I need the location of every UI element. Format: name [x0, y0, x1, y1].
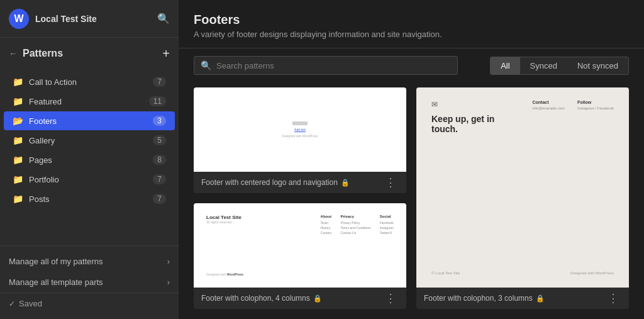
- header-search-icon[interactable]: 🔍: [157, 13, 170, 25]
- preview-col-1: Contact info@example.com: [533, 100, 565, 110]
- card-footer-bar: Footer with colophon, 3 columns 🔒 ⋮: [416, 288, 629, 309]
- card-preview: Local Test Site All rights reserved. Abo…: [194, 203, 406, 288]
- col-text: Instagram / Facebook: [577, 106, 614, 110]
- folder-icon: 📂: [13, 116, 23, 126]
- sidebar-item-posts[interactable]: 📁 Posts 7: [4, 189, 175, 208]
- filter-tab-synced[interactable]: Synced: [520, 57, 567, 74]
- sidebar-item-pages[interactable]: 📁 Pages 8: [4, 150, 175, 169]
- sidebar-item-count: 5: [153, 135, 166, 145]
- more-options-button[interactable]: ⋮: [382, 293, 399, 304]
- nav-list: 📁 Call to Action 7 📁 Featured 11 📂 Foote…: [0, 69, 179, 245]
- folder-icon: 📁: [13, 77, 23, 87]
- search-input[interactable]: [216, 61, 451, 70]
- preview-top: Local Test Site All rights reserved. Abo…: [206, 215, 394, 236]
- col-title: Privacy: [340, 215, 370, 218]
- sidebar-item-label: Pages: [29, 155, 147, 165]
- preview-cols: Contact info@example.com Follow Instagra…: [533, 100, 614, 110]
- search-icon: 🔍: [201, 60, 211, 70]
- col-item: Privacy Policy: [340, 221, 370, 225]
- patterns-title: Patterns: [23, 48, 63, 59]
- chevron-right-icon: ›: [167, 277, 170, 287]
- card-preview: Add link Designed with WordPress: [194, 87, 406, 172]
- sidebar: W Local Test Site 🔍 ← Patterns + 📁 Call …: [0, 0, 179, 319]
- folder-icon: 📁: [13, 155, 23, 165]
- card-footer-bar: Footer with colophon, 4 columns 🔒 ⋮: [194, 288, 406, 309]
- card-footer-bar: Footer with centered logo and navigation…: [194, 172, 406, 193]
- preview-left: ✉ Keep up, get in touch.: [431, 100, 507, 134]
- preview-site-info: Local Test Site All rights reserved.: [206, 215, 242, 224]
- preview-logo-rect: [292, 121, 308, 125]
- lock-icon: 🔒: [341, 179, 350, 187]
- preview-centered-footer: Add link Designed with WordPress: [194, 87, 406, 172]
- col-title: Contact: [533, 100, 565, 104]
- card-title: Footer with centered logo and navigation: [201, 178, 338, 187]
- preview-col-3: Social Facebook Instagram Twitter/X: [380, 215, 394, 236]
- col-title: Follow: [577, 100, 614, 104]
- manage-template-parts-label: Manage all template parts: [9, 277, 103, 287]
- preview-col-2: Follow Instagram / Facebook: [577, 100, 614, 110]
- more-options-button[interactable]: ⋮: [382, 177, 399, 188]
- sidebar-footer: Manage all of my patterns › Manage all t…: [0, 245, 179, 319]
- folder-icon: 📁: [13, 174, 23, 184]
- card-footer-colophon-3col[interactable]: ✉ Keep up, get in touch. Contact info@ex…: [416, 87, 629, 309]
- sidebar-item-featured[interactable]: 📁 Featured 11: [4, 92, 175, 111]
- col-title: Social: [380, 215, 394, 218]
- manage-template-parts-link[interactable]: Manage all template parts ›: [0, 272, 179, 293]
- site-title: Local Test Site: [35, 14, 151, 24]
- col-item: Team: [321, 221, 332, 225]
- sidebar-item-call-to-action[interactable]: 📁 Call to Action 7: [4, 72, 175, 91]
- preview-bottom: Designed with WordPress: [206, 272, 394, 276]
- card-footer-colophon-4col[interactable]: Local Test Site All rights reserved. Abo…: [194, 203, 406, 309]
- col-item: History: [321, 226, 332, 230]
- sidebar-item-count: 7: [153, 174, 166, 184]
- chevron-right-icon: ›: [167, 257, 170, 266]
- preview-cols: About Team History Careers Privacy Priva…: [321, 215, 394, 236]
- preview-link: Add link: [294, 128, 306, 132]
- preview-col-1: About Team History Careers: [321, 215, 332, 236]
- card-label: Footer with colophon, 3 columns 🔒: [424, 294, 545, 303]
- sidebar-header: W Local Test Site 🔍: [0, 0, 179, 38]
- manage-patterns-link[interactable]: Manage all of my patterns ›: [0, 251, 179, 272]
- preview-designed: Designed with WordPress: [282, 134, 318, 138]
- main-content: Footers A variety of footer designs disp…: [179, 0, 644, 319]
- card-label: Footer with colophon, 4 columns 🔒: [201, 294, 322, 303]
- preview-top-row: ✉ Keep up, get in touch. Contact info@ex…: [431, 100, 614, 266]
- lock-icon: 🔒: [313, 294, 322, 303]
- card-title: Footer with colophon, 4 columns: [201, 294, 310, 303]
- sidebar-item-label: Portfolio: [29, 175, 147, 184]
- col-text: info@example.com: [533, 106, 565, 110]
- check-icon: ✓: [9, 299, 15, 308]
- patterns-nav: ← Patterns: [9, 48, 63, 59]
- search-box[interactable]: 🔍: [194, 56, 458, 75]
- sidebar-item-footers[interactable]: 📂 Footers 3: [4, 111, 175, 130]
- back-arrow-icon[interactable]: ←: [9, 48, 18, 59]
- patterns-header: ← Patterns +: [0, 38, 179, 69]
- more-options-button[interactable]: ⋮: [605, 293, 621, 304]
- filter-tab-not-synced[interactable]: Not synced: [567, 57, 628, 74]
- cards-area: Add link Designed with WordPress Footer …: [179, 82, 644, 319]
- preview-bottom-left: © Local Test Site: [431, 271, 460, 275]
- card-footer-centered-logo[interactable]: Add link Designed with WordPress Footer …: [194, 87, 406, 193]
- preview-colophon4: Local Test Site All rights reserved. Abo…: [194, 203, 406, 288]
- preview-headline: Keep up, get in touch.: [431, 114, 507, 134]
- col-item: Twitter/X: [380, 231, 394, 235]
- add-pattern-button[interactable]: +: [162, 47, 170, 61]
- sidebar-item-count: 3: [153, 116, 166, 126]
- main-header: Footers A variety of footer designs disp…: [179, 0, 644, 48]
- preview-col-2: Privacy Privacy Policy Terms and Conditi…: [340, 215, 370, 236]
- sidebar-item-label: Posts: [29, 194, 147, 204]
- col-item: Instagram: [380, 226, 394, 230]
- saved-status: ✓ Saved: [0, 293, 179, 314]
- sidebar-item-label: Footers: [29, 116, 147, 126]
- filter-tab-all[interactable]: All: [491, 57, 519, 74]
- page-subtitle: A variety of footer designs displaying i…: [194, 30, 629, 39]
- sidebar-item-gallery[interactable]: 📁 Gallery 5: [4, 131, 175, 150]
- page-title: Footers: [194, 13, 629, 27]
- folder-icon: 📁: [13, 194, 23, 204]
- sidebar-item-portfolio[interactable]: 📁 Portfolio 7: [4, 170, 175, 189]
- card-preview: ✉ Keep up, get in touch. Contact info@ex…: [416, 87, 629, 288]
- toolbar: 🔍 All Synced Not synced: [179, 48, 644, 82]
- card-label: Footer with centered logo and navigation…: [201, 178, 350, 187]
- folder-icon: 📁: [13, 96, 23, 106]
- col-title: About: [321, 215, 332, 218]
